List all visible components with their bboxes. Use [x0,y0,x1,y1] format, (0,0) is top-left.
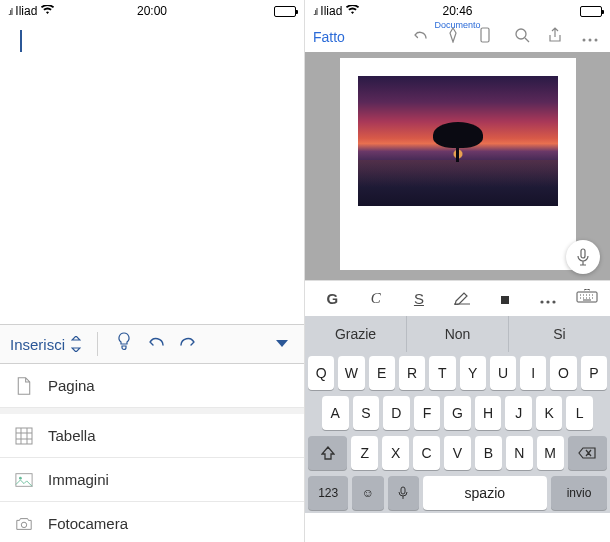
inserted-image[interactable] [358,76,558,206]
key-d[interactable]: D [383,396,410,430]
highlight-button[interactable] [443,289,482,308]
insert-menu: Pagina Tabella Immagini Fotocamera Forme [0,364,304,542]
emoji-key[interactable]: ☺ [352,476,383,510]
svg-point-14 [547,300,550,303]
key-t[interactable]: T [429,356,455,390]
updown-icon [69,334,83,354]
menu-label: Immagini [48,471,109,488]
key-k[interactable]: K [536,396,563,430]
left-phone: .ıl Iliad 20:00 Inserisci [0,0,305,542]
keyboard-suggestions: Grazie Non Si [305,316,610,352]
space-key[interactable]: spazio [423,476,547,510]
backspace-key[interactable] [568,436,607,470]
mic-key[interactable] [388,476,419,510]
tab-insert[interactable]: Inserisci [6,334,87,354]
italic-button[interactable]: C [356,290,395,307]
share-icon[interactable] [548,27,568,47]
wifi-icon [41,4,54,18]
key-e[interactable]: E [369,356,395,390]
status-bar-right: .ıl Iliad 20:46 [305,0,610,22]
key-s[interactable]: S [353,396,380,430]
key-z[interactable]: Z [351,436,378,470]
battery-icon [580,6,602,17]
format-toolbar: G C S [305,280,610,316]
key-h[interactable]: H [475,396,502,430]
battery-area [274,6,296,17]
keyboard: QWERTYUIOP ASDFGHJKL ZXCVBNM 123 ☺ spazi… [305,352,610,513]
menu-item-camera[interactable]: Fotocamera [0,502,304,542]
dropdown-icon[interactable] [266,335,298,353]
key-n[interactable]: N [506,436,533,470]
svg-rect-17 [401,487,405,494]
key-a[interactable]: A [322,396,349,430]
key-y[interactable]: Y [460,356,486,390]
svg-point-7 [516,29,526,39]
suggestion-1[interactable]: Grazie [305,316,407,352]
key-r[interactable]: R [399,356,425,390]
draw-icon[interactable] [446,27,466,47]
search-icon[interactable] [514,27,534,47]
camera-icon [14,514,34,534]
menu-label: Tabella [48,427,96,444]
svg-point-15 [553,300,556,303]
undo-icon[interactable] [140,334,172,354]
image-icon [14,470,34,490]
key-x[interactable]: X [382,436,409,470]
menu-item-table[interactable]: Tabella [0,414,304,458]
doc-title: Documento [434,20,480,30]
svg-rect-12 [501,296,509,304]
battery-area [580,6,602,17]
keyboard-icon[interactable] [572,289,602,308]
menu-item-images[interactable]: Immagini [0,458,304,502]
menu-label: Fotocamera [48,515,128,532]
key-f[interactable]: F [414,396,441,430]
suggestion-3[interactable]: Si [509,316,610,352]
page-icon [14,376,34,396]
key-b[interactable]: B [475,436,502,470]
svg-point-10 [595,39,598,42]
more-icon[interactable] [582,28,602,46]
key-l[interactable]: L [566,396,593,430]
table-icon [14,426,34,446]
status-bar-left: .ıl Iliad 20:00 [0,0,304,22]
key-u[interactable]: U [490,356,516,390]
clock: 20:46 [442,4,472,18]
redo-icon[interactable] [172,334,204,354]
key-o[interactable]: O [550,356,576,390]
key-q[interactable]: Q [308,356,334,390]
key-g[interactable]: G [444,396,471,430]
more-format-icon[interactable] [529,290,568,307]
key-w[interactable]: W [338,356,364,390]
mobile-icon[interactable] [480,27,500,47]
numbers-key[interactable]: 123 [308,476,348,510]
bold-button[interactable]: G [313,290,352,307]
insert-toolbar: Inserisci [0,324,304,364]
done-button[interactable]: Fatto [313,29,345,45]
lightbulb-icon[interactable] [108,332,140,356]
right-phone: .ıl Iliad 20:46 Documento Fatto [305,0,610,542]
document-blank-area[interactable] [0,22,304,324]
menu-item-page[interactable]: Pagina [0,364,304,408]
menu-label: Pagina [48,377,95,394]
key-j[interactable]: J [505,396,532,430]
svg-rect-0 [16,428,32,444]
shift-key[interactable] [308,436,347,470]
key-c[interactable]: C [413,436,440,470]
key-p[interactable]: P [581,356,607,390]
key-m[interactable]: M [537,436,564,470]
clock: 20:00 [137,4,167,18]
document-canvas[interactable] [305,52,610,280]
color-button[interactable] [486,290,525,307]
battery-icon [274,6,296,17]
svg-rect-6 [481,28,489,42]
underline-button[interactable]: S [399,290,438,307]
suggestion-2[interactable]: Non [407,316,509,352]
svg-point-13 [541,300,544,303]
undo-icon[interactable] [412,28,432,46]
wifi-icon [346,4,359,18]
document-page[interactable] [340,58,576,270]
key-i[interactable]: I [520,356,546,390]
key-v[interactable]: V [444,436,471,470]
mic-button[interactable] [566,240,600,274]
return-key[interactable]: invio [551,476,607,510]
